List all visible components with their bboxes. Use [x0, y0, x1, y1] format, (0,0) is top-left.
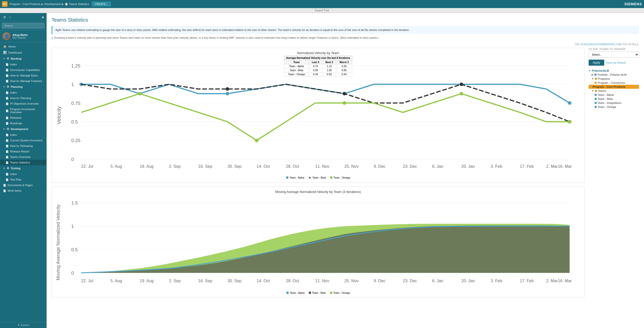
- sidebar-item-label: Development: [11, 128, 28, 131]
- svg-text:0.25: 0.25: [71, 138, 80, 143]
- sidebar-item-release-report[interactable]: 📄 Release Report: [0, 149, 47, 154]
- portfolio-caret: ▶: [592, 73, 593, 76]
- svg-text:1.5: 1.5: [71, 200, 78, 206]
- create-button[interactable]: CREATE...: [92, 2, 111, 6]
- filter-actions: Apply Save as Default: [589, 60, 639, 66]
- team-integrations-icon: [595, 102, 597, 104]
- sidebar-item-manage-features[interactable]: 📄 How-to: Manage Features: [0, 78, 47, 84]
- tree-item-core-products[interactable]: Program - Core Products: [589, 85, 639, 89]
- tree-item-connectors[interactable]: Program - Connectors: [589, 81, 639, 85]
- sidebar-item-testing-index[interactable]: 📄 Index: [0, 171, 47, 177]
- doc-icon: 📄: [6, 161, 9, 164]
- avatar: 👤: [3, 32, 11, 40]
- legend-alpha: Team - Alpha: [286, 176, 304, 179]
- tree-item-programs[interactable]: ▼ Programs: [589, 77, 639, 81]
- velocity-table: Team Last 3 Best 3 Worst 3 Team - Alpha0…: [284, 60, 352, 76]
- filter-select[interactable]: Select...: [589, 52, 639, 58]
- col-worst3: Worst 3: [336, 60, 352, 64]
- tree-item-team-integrations[interactable]: Team - Integrations: [589, 101, 639, 105]
- sidebar-section-testing[interactable]: ▼ ⚙ Testing: [0, 165, 47, 171]
- sidebar-item-label: Release Report: [10, 150, 29, 153]
- content-area: Teams Statistics Agile Teams use relativ…: [47, 13, 644, 328]
- sidebar-item-label: Documents & Pages: [8, 184, 33, 187]
- sidebar-item-releases[interactable]: 📄 Releases: [0, 115, 47, 120]
- svg-text:1: 1: [71, 82, 74, 87]
- sidebar-item-label: Index: [10, 91, 17, 94]
- legend-omega-color: [330, 176, 333, 179]
- sidebar-item-current-system[interactable]: 📄 Current System Increment: [0, 138, 47, 143]
- table-cell-team: Team - Omega: [284, 72, 309, 76]
- portfolio-icon: [594, 74, 596, 76]
- sidebar-item-planning-index[interactable]: 📄 Index: [0, 90, 47, 95]
- svg-point-37: [226, 87, 229, 91]
- svg-text:16. Mar: 16. Mar: [558, 278, 572, 283]
- sidebar-section-backlog[interactable]: ▼ ⚙ Backlog: [0, 56, 47, 62]
- description-box: Agile Teams use relative estimating to g…: [52, 26, 639, 34]
- sidebar-section-development[interactable]: ▼ ⚙ Development: [0, 126, 47, 132]
- table-cell-team: Team - Alpha: [284, 64, 309, 68]
- sidebar-item-roadmap[interactable]: 📄 Roadmap: [0, 120, 47, 126]
- svg-text:6. Jan: 6. Jan: [432, 278, 443, 283]
- sidebar-collapse-button[interactable]: ◀: [41, 15, 44, 19]
- tree-item-team-omega[interactable]: Team - Omega: [589, 105, 639, 109]
- sidebar-nav: 🏠 Home 📊 Dashboard ▼ ⚙ Backlog 📄 Index 📄…: [0, 43, 47, 322]
- sidebar-item-test-plan[interactable]: 📄 Test Plan: [0, 177, 47, 182]
- sidebar-item-backlog-index[interactable]: 📄 Index: [0, 62, 47, 67]
- filter-tree: ▼ PolarionALM ▶ Portfolio - Polarion ALM…: [589, 69, 639, 109]
- breadcrumb-sep2: ▶: [62, 3, 64, 6]
- sidebar-item-decompose[interactable]: 📄 Decompose Capabilities: [0, 67, 47, 73]
- apply-button[interactable]: Apply: [589, 60, 604, 66]
- sidebar-item-teams-statistics[interactable]: 📄 Teams Statistics: [0, 160, 47, 165]
- filter-label: FILTER: Teams to Render: [589, 48, 639, 51]
- sidebar-item-manage-epics[interactable]: 📄 How-to: Manage Epics: [0, 73, 47, 78]
- sidebar-item-label: Index: [10, 173, 17, 176]
- doc-icon: 📄: [6, 80, 9, 83]
- doc-icon: 📄: [6, 97, 9, 100]
- sidebar-item-howto-releasing[interactable]: 📄 How-to: Releasing: [0, 143, 47, 149]
- sidebar-item-home[interactable]: 🏠 Home: [0, 44, 47, 50]
- gear-icon[interactable]: ⚙: [3, 15, 6, 19]
- doc-icon: 📄: [6, 134, 9, 136]
- legend2-omega-label: Team - Omega: [333, 292, 350, 294]
- expand-tools-button[interactable]: Expand Tools: [312, 9, 332, 12]
- tree-item-team-beta[interactable]: Team - Beta: [589, 97, 639, 101]
- doc-icon: 📄: [6, 109, 9, 112]
- sidebar-item-work-items[interactable]: 📄 Work Items: [0, 188, 47, 193]
- svg-text:11. Nov: 11. Nov: [315, 278, 330, 283]
- svg-text:6. Jan: 6. Jan: [432, 164, 443, 169]
- svg-text:5. Aug: 5. Aug: [111, 164, 122, 169]
- search-input[interactable]: [2, 23, 45, 28]
- sidebar-item-label: Teams Overview: [10, 155, 30, 158]
- vel-table-title: Average Normalized Velocity over the las…: [284, 56, 352, 60]
- sidebar-item-dev-index[interactable]: 📄 Index: [0, 132, 47, 138]
- sidebar-item-howto-planning[interactable]: 📄 How-to: Planning: [0, 95, 47, 101]
- svg-text:3. Feb: 3. Feb: [491, 278, 502, 283]
- username: Altuğ Metin: [13, 33, 28, 36]
- team-beta-icon: [595, 98, 597, 100]
- sidebar-item-pi-increments[interactable]: 📄 Program Increments Overview: [0, 106, 47, 115]
- tree-item-team-alpha[interactable]: Team - Alpha: [589, 93, 639, 97]
- sidebar-item-teams-overview[interactable]: 📄 Teams Overview: [0, 154, 47, 160]
- sidebar-item-label: How-to: Planning: [10, 97, 31, 100]
- scaledagile-link[interactable]: SCALEDAGILEFRAMEWORK.COM: [581, 43, 621, 46]
- svg-point-39: [460, 83, 463, 86]
- sidebar-item-pi-objectives[interactable]: 📄 PI Objectives Overview: [0, 101, 47, 106]
- svg-text:14. Oct: 14. Oct: [257, 164, 270, 169]
- sidebar-item-label: Current System Increment: [10, 139, 42, 142]
- svg-point-42: [255, 139, 259, 142]
- app-logo: Pn: [2, 1, 8, 7]
- sidebar-section-planning[interactable]: ▼ ⚙ Planning: [0, 84, 47, 90]
- sidebar-expand-button[interactable]: ▼ Expand: [0, 322, 47, 328]
- tree-item-portfolio[interactable]: ▶ Portfolio - Polarion ALM: [589, 73, 639, 77]
- tree-item-root[interactable]: ▼ PolarionALM: [589, 69, 639, 73]
- svg-text:1: 1: [71, 224, 74, 229]
- sidebar-item-documents[interactable]: 📄 Documents & Pages: [0, 182, 47, 188]
- sidebar-item-label: Testing: [11, 167, 20, 170]
- svg-point-44: [460, 92, 463, 95]
- sidebar: ⚙ ☆ ◀ 👤 Altuğ Metin My Polarion 🏠 Home 📊…: [0, 13, 47, 328]
- star-icon[interactable]: ☆: [8, 15, 12, 19]
- save-default-button[interactable]: Save as Default: [606, 61, 626, 64]
- sidebar-item-dashboard[interactable]: 📊 Dashboard: [0, 50, 47, 56]
- tree-item-teams[interactable]: ▼ Teams: [589, 89, 639, 93]
- filter-panel: FILTER: Teams to Render Select... Apply …: [589, 48, 639, 302]
